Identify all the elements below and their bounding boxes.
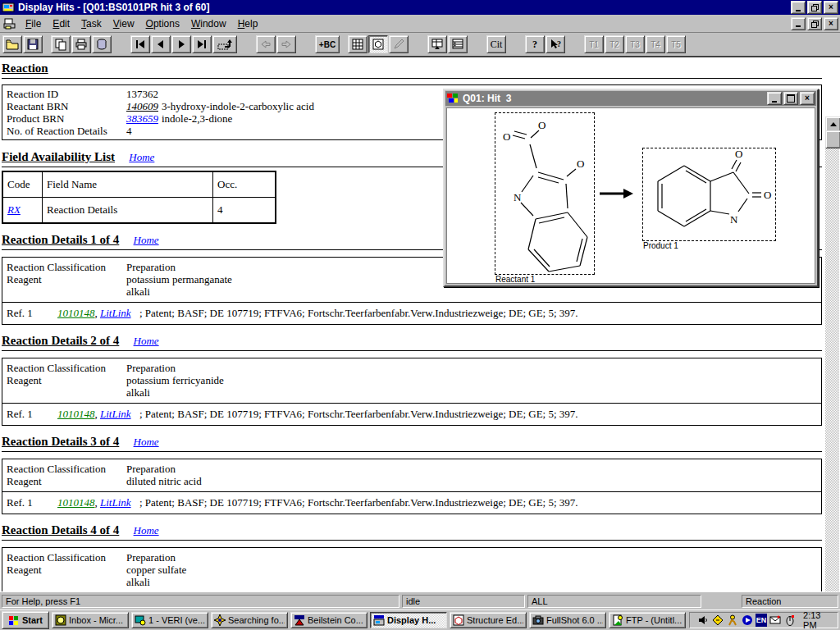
fullshot-icon [532, 614, 544, 626]
scheduler-icon[interactable] [711, 614, 724, 627]
draw-structure-icon [392, 38, 405, 51]
document-system-icon[interactable] [3, 17, 16, 30]
product-brn-link[interactable]: 383659 [126, 112, 158, 125]
pointer-icon[interactable] [783, 614, 797, 627]
ref-label: Ref. 1 [2, 408, 57, 420]
last-record-button[interactable] [192, 35, 212, 53]
litlink[interactable]: LitLink [100, 408, 131, 420]
copy-button[interactable] [51, 35, 71, 53]
goto-bc-button[interactable]: +BC [315, 35, 340, 53]
help-button[interactable]: ? [525, 35, 545, 53]
print-button[interactable] [71, 35, 91, 53]
system-tray: EN 2:13 PM [689, 612, 838, 628]
ref-id-link[interactable]: 1010148 [57, 307, 95, 319]
table-view-button[interactable] [348, 35, 368, 53]
task-inbox[interactable]: Inbox - Micr... [52, 612, 129, 628]
context-help-button[interactable]: ? [546, 35, 565, 53]
hit-window-title-bar[interactable]: Q01: Hit 3 × [445, 91, 816, 106]
home-link[interactable]: Home [134, 524, 159, 536]
back-button [256, 35, 276, 53]
hit-window-icon [447, 93, 460, 104]
classification-label: Reaction Classification [7, 261, 126, 273]
status-help: For Help, press F1 [2, 595, 399, 608]
export-list-button[interactable] [448, 35, 468, 53]
task-beilstein-commander[interactable]: Beilstein Co... [290, 612, 368, 628]
export-grid-button[interactable] [427, 35, 447, 53]
task-label: Beilstein Co... [308, 615, 363, 625]
task-display-hits[interactable]: Display H... [370, 612, 447, 628]
structure-display-button[interactable] [368, 35, 388, 53]
ftp-icon [612, 614, 623, 626]
minimize-icon [796, 25, 801, 27]
scrollbar-thumb[interactable] [825, 130, 840, 148]
vertical-scrollbar[interactable] [825, 116, 839, 591]
restore-icon [811, 4, 818, 11]
child-minimize-button[interactable] [791, 17, 806, 30]
task-structure-editor[interactable]: Structure Ed... [450, 612, 527, 628]
menu-task[interactable]: Task [75, 16, 107, 32]
atom-n: N [730, 213, 738, 226]
reference-row: Ref. 1 1010148, LitLink ; Patent; BASF; … [2, 403, 821, 425]
restore-button[interactable] [807, 1, 822, 14]
next-record-button[interactable] [171, 35, 191, 53]
close-icon: × [829, 3, 833, 11]
hit-minimize-button[interactable] [767, 92, 782, 105]
first-record-button[interactable] [130, 35, 150, 53]
menu-file[interactable]: File [20, 16, 47, 32]
start-button[interactable]: Start [2, 611, 49, 629]
status-field: Reaction [742, 595, 838, 608]
hit-maximize-button[interactable] [783, 92, 798, 105]
child-restore-button[interactable] [807, 17, 822, 30]
messenger-ball-icon[interactable] [741, 614, 754, 627]
window-title: Display Hits - [Q01:BS0101PR hit 3 of 60… [18, 2, 789, 13]
export-db-button[interactable] [92, 35, 112, 53]
minimize-button[interactable] [791, 1, 806, 14]
menu-view[interactable]: View [107, 16, 140, 32]
language-indicator[interactable]: EN [756, 614, 767, 627]
rx-link[interactable]: RX [7, 203, 21, 216]
mail-icon[interactable] [769, 614, 782, 627]
goto-record-button[interactable] [212, 35, 237, 53]
open-button[interactable] [2, 35, 22, 53]
save-button[interactable] [23, 35, 43, 53]
export-grid-icon [431, 38, 444, 51]
detail2-box: Reaction Classification Reagent Preparat… [2, 358, 822, 426]
reactant-brn-link[interactable]: 140609 [126, 100, 158, 112]
home-link[interactable]: Home [129, 151, 154, 163]
home-link[interactable]: Home [134, 335, 159, 347]
classification-value: Preparation [126, 261, 232, 273]
menu-window[interactable]: Window [185, 16, 232, 32]
menu-help[interactable]: Help [232, 16, 264, 32]
menu-edit[interactable]: Edit [47, 16, 75, 32]
atom-o: O [538, 119, 546, 131]
citation-button[interactable]: Cit [486, 35, 506, 53]
hit-close-button[interactable]: × [800, 92, 815, 105]
messenger-person-icon[interactable] [726, 614, 739, 627]
home-link[interactable]: Home [134, 234, 159, 246]
taskbar-clock[interactable]: 2:13 PM [803, 610, 833, 630]
reaction-heading: Reaction [2, 62, 48, 75]
child-close-button[interactable]: × [824, 17, 838, 30]
ref-id-link[interactable]: 1010148 [57, 408, 95, 420]
t3-label: T3 [630, 40, 640, 49]
classification-value: Preparation [126, 362, 224, 374]
task-ftp[interactable]: FTP - (Untitl... [609, 612, 686, 628]
col-field-name: Field Name [43, 172, 213, 197]
task-fullshot[interactable]: FullShot 6.0 ... [529, 612, 606, 628]
app-icon[interactable] [2, 1, 15, 14]
litlink[interactable]: LitLink [100, 496, 131, 509]
close-button[interactable]: × [824, 1, 838, 14]
volume-icon[interactable] [696, 614, 710, 627]
home-link[interactable]: Home [134, 436, 159, 448]
previous-record-button[interactable] [151, 35, 171, 53]
reagent-label: Reagent [7, 475, 126, 487]
atom-o: O [577, 158, 584, 170]
ref-id-link[interactable]: 1010148 [57, 496, 95, 509]
goto-record-icon [217, 38, 233, 51]
menu-options[interactable]: Options [140, 16, 185, 32]
task-veri[interactable]: 1 - VERI (ve... [131, 612, 208, 628]
task-searching[interactable]: Searching fo... [211, 612, 288, 628]
litlink[interactable]: LitLink [100, 307, 131, 319]
reagent-label: Reagent [7, 273, 126, 285]
title-bar[interactable]: Display Hits - [Q01:BS0101PR hit 3 of 60… [0, 0, 840, 15]
